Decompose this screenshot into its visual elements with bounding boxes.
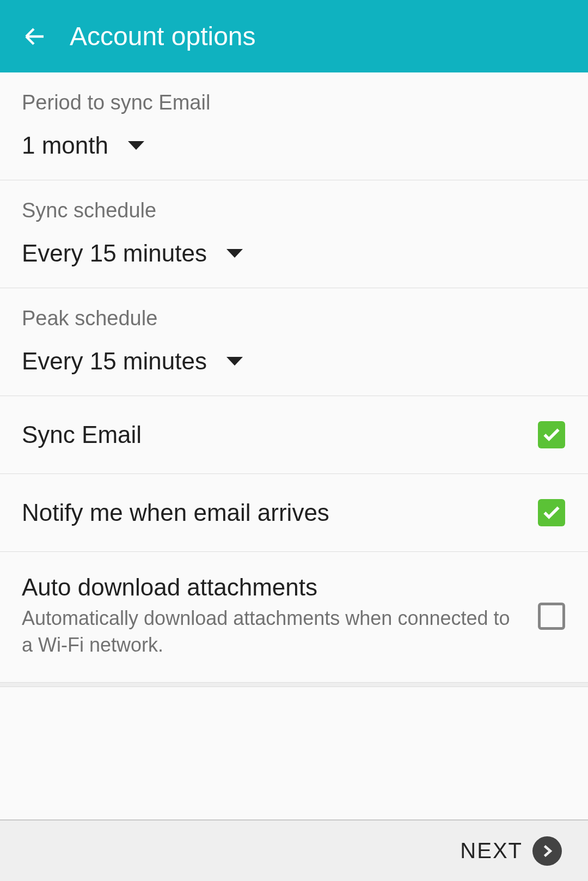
auto-download-text: Auto download attachments Automatically … (22, 574, 538, 658)
sync-email-checkbox[interactable] (538, 421, 565, 448)
app-bar: Account options (0, 0, 588, 72)
sync-schedule-label: Sync schedule (22, 199, 566, 222)
bottom-bar: NEXT (0, 819, 588, 881)
back-button[interactable] (22, 23, 48, 50)
peak-schedule-dropdown[interactable]: Every 15 minutes (22, 348, 566, 375)
next-label: NEXT (460, 839, 523, 863)
sync-email-label: Sync Email (22, 421, 142, 448)
notify-label: Notify me when email arrives (22, 499, 329, 526)
chevron-right-icon (540, 843, 555, 859)
next-circle-icon (532, 836, 562, 866)
settings-list: Period to sync Email 1 month Sync schedu… (0, 72, 588, 687)
setting-period-sync[interactable]: Period to sync Email 1 month (0, 72, 588, 180)
sync-schedule-dropdown[interactable]: Every 15 minutes (22, 240, 566, 267)
period-sync-value: 1 month (22, 132, 108, 159)
page-title: Account options (70, 21, 256, 51)
check-icon (541, 502, 562, 523)
peak-schedule-value: Every 15 minutes (22, 348, 207, 375)
peak-schedule-label: Peak schedule (22, 307, 566, 330)
chevron-down-icon (226, 249, 243, 258)
setting-peak-schedule[interactable]: Peak schedule Every 15 minutes (0, 288, 588, 396)
next-button[interactable]: NEXT (460, 836, 562, 866)
check-icon (541, 424, 562, 445)
setting-auto-download[interactable]: Auto download attachments Automatically … (0, 552, 588, 683)
auto-download-label: Auto download attachments (22, 574, 522, 601)
auto-download-checkbox[interactable] (538, 603, 565, 630)
chevron-down-icon (226, 357, 243, 366)
period-sync-dropdown[interactable]: 1 month (22, 132, 566, 159)
setting-notify[interactable]: Notify me when email arrives (0, 474, 588, 552)
list-spacer (0, 683, 588, 687)
period-sync-label: Period to sync Email (22, 91, 566, 114)
arrow-left-icon (22, 23, 48, 50)
setting-sync-email[interactable]: Sync Email (0, 396, 588, 474)
sync-schedule-value: Every 15 minutes (22, 240, 207, 267)
notify-checkbox[interactable] (538, 499, 565, 526)
chevron-down-icon (128, 141, 144, 150)
setting-sync-schedule[interactable]: Sync schedule Every 15 minutes (0, 180, 588, 288)
auto-download-sublabel: Automatically download attachments when … (22, 605, 522, 658)
